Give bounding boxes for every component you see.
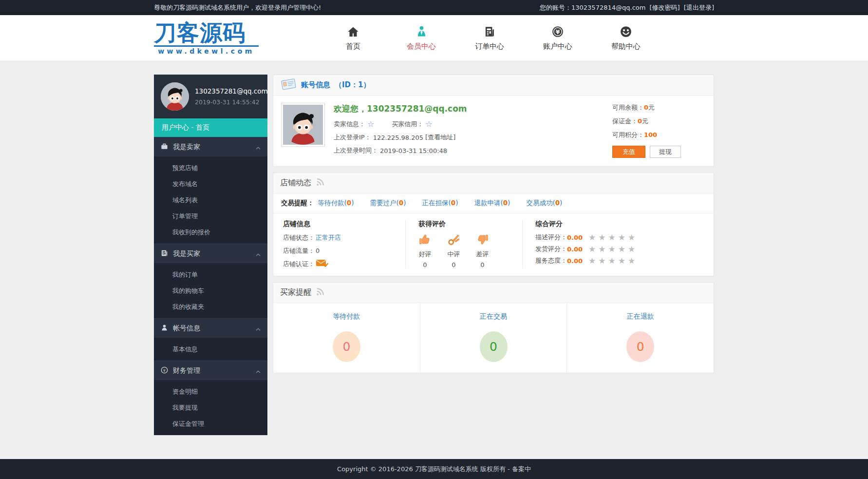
buyer-trading-link[interactable]: 正在交易 [480, 312, 507, 320]
account-panel-body: 欢迎您，1302357281@qq.com 卖家信息： ☆ 买家信用： ☆ 上次… [273, 96, 714, 166]
svg-text:¥: ¥ [163, 368, 166, 372]
main-column: 账号信息 （ID：1） 欢迎您，1302357281@qq.com 卖家信息： … [273, 75, 714, 379]
score-service: 服务态度： 0.00 ★★★★★ [535, 256, 701, 265]
sidebar-item-order-manage[interactable]: 订单管理 [154, 208, 267, 224]
star-icon: ☆ [425, 120, 432, 128]
shop-traffic-line: 店铺流量： 0 [283, 246, 396, 255]
sidebar-item-domain-list[interactable]: 域名列表 [154, 192, 267, 208]
sidebar-item-received-offers[interactable]: 我收到的报价 [154, 224, 267, 240]
chevron-up-icon [256, 367, 261, 375]
last-time-label: 上次登录时间： [334, 146, 378, 155]
sidebar-section-finance[interactable]: ¥ 财务管理 [154, 361, 267, 380]
star-rating: ★★★★★ [588, 233, 638, 242]
avatar [161, 82, 189, 111]
shop-stats-row: 店铺信息 店铺状态： 正常开店 店铺流量： 0 店铺认证： 获得评 [273, 213, 714, 276]
user-icon [161, 324, 168, 333]
buyer-menu: 我的订单 我的购物车 我的收藏夹 [154, 263, 267, 318]
scores-title: 综合评分 [535, 220, 701, 229]
sidebar-section-label: 我是卖家 [173, 143, 200, 152]
chevron-up-icon [256, 143, 261, 151]
view-address-link[interactable]: [查看地址] [425, 133, 455, 142]
last-time-value: 2019-03-31 15:00:48 [380, 147, 447, 154]
buyer-wait-payment-block: 等待付款 0 [273, 303, 420, 373]
sidebar-item-my-orders[interactable]: 我的订单 [154, 267, 267, 283]
copyright-text: Copyright © 2016-2026 刀客源码测试域名系统 版权所有 - … [337, 465, 531, 474]
reminder-refund-request-link[interactable]: 退款申请0 [474, 199, 510, 208]
sidebar-item-fund-details[interactable]: 资金明细 [154, 383, 267, 400]
sidebar-section-account-info[interactable]: 帐号信息 [154, 318, 267, 338]
sidebar-section-buyer[interactable]: 我是买家 [154, 244, 267, 263]
buyer-wait-payment-link[interactable]: 等待付款 [333, 312, 360, 320]
sidebar: 1302357281@qq.com 2019-03-31 14:55:42 用户… [154, 75, 267, 435]
sidebar-item-preview-shop[interactable]: 预览店铺 [154, 160, 267, 176]
rating-value: 0 [423, 261, 427, 268]
trade-reminder-label: 交易提醒： [281, 199, 314, 208]
topbar: 尊敬的刀客源码测试域名系统用户，欢迎登录用户管理中心! 您的账号：1302357… [0, 0, 868, 15]
orders-icon [483, 25, 496, 38]
nav-label: 账户中心 [543, 42, 572, 51]
reminder-wait-payment-link[interactable]: 等待付款0 [318, 199, 354, 208]
logout-link[interactable]: [退出登录] [684, 4, 714, 11]
sidebar-item-user-center-home[interactable]: 用户中心 - 首页 [154, 118, 267, 137]
thumb-up-icon [418, 233, 432, 248]
header: 刀客源码 www.dkewl.com 首页 会员中心 订单中心 [0, 15, 868, 61]
sidebar-section-seller[interactable]: 我是卖家 [154, 137, 267, 156]
deposit-label: 保证金： [612, 117, 638, 125]
balance-value: 0 [644, 104, 648, 111]
main-nav: 首页 会员中心 订单中心 ¥ 账户中心 [337, 25, 642, 51]
footer: Copyright © 2016-2026 刀客源码测试域名系统 版权所有 - … [0, 459, 868, 479]
sidebar-section-label: 财务管理 [173, 366, 200, 375]
nav-item-help-center[interactable]: 帮助中心 [610, 25, 642, 51]
avatar [281, 103, 325, 147]
sidebar-profile: 1302357281@qq.com 2019-03-31 14:55:42 [154, 75, 267, 118]
rating-good: 好评 0 [418, 233, 432, 268]
recharge-button[interactable]: 充值 [612, 146, 645, 158]
buyer-trading-block: 正在交易 0 [420, 303, 567, 373]
nav-item-home[interactable]: 首页 [337, 25, 369, 51]
sidebar-item-basic-info[interactable]: 基本信息 [154, 341, 267, 357]
sidebar-item-my-favorites[interactable]: 我的收藏夹 [154, 299, 267, 315]
score-description: 描述评分： 0.00 ★★★★★ [535, 233, 701, 242]
points-value: 100 [644, 131, 657, 138]
account-label: 您的账号： [540, 4, 571, 11]
buyer-credit-label: 买家信用： [392, 120, 423, 129]
account-email: 13023572814@qq.com [571, 4, 645, 11]
shop-info-column: 店铺信息 店铺状态： 正常开店 店铺流量： 0 店铺认证： [273, 220, 406, 268]
reminder-in-escrow-link[interactable]: 正在担保0 [422, 199, 458, 208]
shop-dynamics-panel: 店铺动态 交易提醒： 等待付款0 需要过户0 正在担保0 退款申请0 交易成功0… [273, 172, 714, 276]
panel-title: 账号信息 [301, 80, 330, 90]
account-panel-header: 账号信息 （ID：1） [273, 75, 714, 96]
withdraw-button[interactable]: 提现 [650, 146, 681, 158]
sidebar-item-publish-domain[interactable]: 发布域名 [154, 176, 267, 192]
rating-label: 中评 [448, 250, 460, 259]
star-rating: ★★★★★ [588, 257, 638, 265]
deposit-unit: 元 [642, 117, 648, 125]
buyer-refunding-link[interactable]: 正在退款 [627, 312, 654, 320]
sidebar-item-withdraw[interactable]: 我要提现 [154, 400, 267, 416]
rss-icon [316, 177, 325, 189]
balance-block: 可用余额：0元 保证金：0元 可用积分：100 充值 提现 [612, 103, 706, 158]
profile-email: 1302357281@qq.com [195, 87, 268, 95]
reminder-need-transfer-link[interactable]: 需要过户0 [370, 199, 406, 208]
sidebar-item-my-cart[interactable]: 我的购物车 [154, 283, 267, 299]
reminder-trade-success-link[interactable]: 交易成功0 [526, 199, 562, 208]
nav-item-account-center[interactable]: ¥ 账户中心 [542, 25, 574, 51]
ratings-title: 获得评价 [418, 220, 509, 229]
profile-meta: 1302357281@qq.com 2019-03-31 14:55:42 [195, 87, 268, 106]
seller-menu: 预览店铺 发布域名 域名列表 订单管理 我收到的报价 [154, 156, 267, 244]
star-rating: ★★★★★ [588, 245, 638, 253]
nav-item-member-center[interactable]: 会员中心 [405, 25, 437, 51]
account-info-panel: 账号信息 （ID：1） 欢迎您，1302357281@qq.com 卖家信息： … [273, 75, 714, 167]
shop-cert-line: 店铺认证： [283, 259, 396, 268]
change-password-link[interactable]: [修改密码] [650, 4, 680, 11]
nav-item-order-center[interactable]: 订单中心 [473, 25, 506, 51]
site-logo[interactable]: 刀客源码 www.dkewl.com [154, 21, 259, 55]
seller-info-label: 卖家信息： [334, 120, 365, 129]
logo-title: 刀客源码 [154, 21, 259, 44]
sidebar-item-deposit-manage[interactable]: 保证金管理 [154, 416, 267, 432]
shop-status-link[interactable]: 正常开店 [316, 233, 341, 242]
panel-title: 店铺动态 [280, 178, 311, 188]
rating-bad: 差评 0 [476, 233, 489, 268]
id-card-icon [280, 77, 297, 93]
credit-line: 卖家信息： ☆ 买家信用： ☆ [334, 120, 612, 129]
